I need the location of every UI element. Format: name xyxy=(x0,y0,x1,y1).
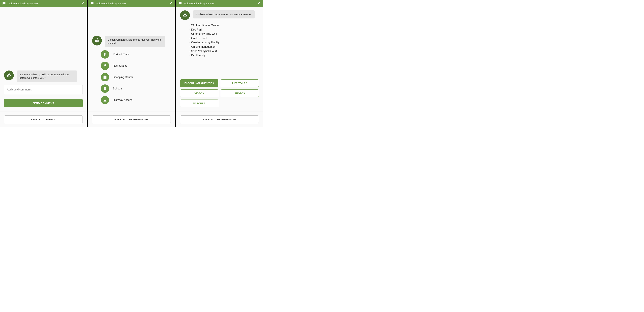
chat-header: Golden Orchards Apartments xyxy=(88,0,175,7)
chat-body: Is there anything you'd like our team to… xyxy=(0,7,87,111)
lifestyle-item-parks[interactable]: Parks & Trails xyxy=(101,50,171,59)
chat-icon xyxy=(178,2,182,6)
chip-lifestyles[interactable]: LIFESTYLES xyxy=(221,79,259,87)
chat-footer: BACK TO THE BEGINNING xyxy=(88,111,175,127)
svg-rect-7 xyxy=(95,40,99,43)
chip-floorplan-amenities[interactable]: FLOORPLAN AMENITIES xyxy=(180,79,218,87)
svg-point-13 xyxy=(98,38,98,39)
back-to-beginning-button[interactable]: BACK TO THE BEGINNING xyxy=(92,116,171,123)
amenities-list: 24 Hour Fitness Center Dog Park Communit… xyxy=(180,23,259,58)
amenity-item: On-site Management xyxy=(190,45,259,49)
bot-avatar xyxy=(4,71,14,80)
svg-point-1 xyxy=(8,75,8,76)
send-comment-button[interactable]: SEND COMMENT xyxy=(4,99,83,107)
svg-point-8 xyxy=(96,41,96,41)
amenity-item: Dog Park xyxy=(190,28,259,32)
shopping-icon xyxy=(101,73,109,81)
bot-message-row: Is there anything you'd like our team to… xyxy=(4,71,83,82)
svg-rect-0 xyxy=(7,74,11,77)
bot-message-bubble: Golden Orchards Apartments has your life… xyxy=(105,36,165,47)
svg-point-16 xyxy=(185,15,186,16)
close-button[interactable] xyxy=(257,2,260,6)
bot-avatar xyxy=(180,11,190,20)
bot-message-row: Golden Orchards Apartments has your life… xyxy=(92,36,171,47)
chat-footer: BACK TO THE BEGINNING xyxy=(176,111,263,127)
lifestyle-label: Schools xyxy=(113,87,122,90)
lifestyle-item-highway[interactable]: Highway Access xyxy=(101,96,171,104)
lifestyle-label: Restaurants xyxy=(113,64,127,67)
bot-message-bubble: Golden Orchards Apartments has many amen… xyxy=(193,11,254,19)
chat-icon xyxy=(2,2,6,6)
amenity-item: 24 Hour Fitness Center xyxy=(190,23,259,28)
chip-videos[interactable]: VIDEOS xyxy=(180,90,218,97)
svg-point-6 xyxy=(10,73,10,73)
amenity-item: Outdoor Pool xyxy=(190,36,259,41)
lifestyle-label: Shopping Center xyxy=(113,76,133,79)
chat-footer: CANCEL CONTACT xyxy=(0,111,87,127)
svg-point-15 xyxy=(184,15,185,16)
chip-photos[interactable]: PHOTOS xyxy=(221,90,259,97)
lifestyle-label: Parks & Trails xyxy=(113,53,130,56)
amenity-item: Pet Friendly xyxy=(190,53,259,58)
bot-avatar xyxy=(92,36,102,46)
close-button[interactable] xyxy=(169,2,172,6)
svg-point-19 xyxy=(184,13,184,14)
amenity-item: Sand Volleyball Court xyxy=(190,49,259,53)
amenity-item: On-site Laundry Facility xyxy=(190,40,259,45)
chat-header: Golden Orchards Apartments xyxy=(0,0,87,7)
chat-body: Golden Orchards Apartments has many amen… xyxy=(176,7,263,111)
svg-point-12 xyxy=(96,38,96,39)
back-to-beginning-button[interactable]: BACK TO THE BEGINNING xyxy=(180,116,259,123)
lifestyle-item-shopping[interactable]: Shopping Center xyxy=(101,73,171,81)
chat-body: Golden Orchards Apartments has your life… xyxy=(88,7,175,111)
amenity-chip-grid: FLOORPLAN AMENITIES LIFESTYLES VIDEOS PH… xyxy=(180,79,259,107)
chat-header-title: Golden Orchards Apartments xyxy=(8,2,81,5)
svg-rect-14 xyxy=(183,14,187,17)
bot-message-row: Golden Orchards Apartments has many amen… xyxy=(180,11,259,20)
chat-header: Golden Orchards Apartments xyxy=(176,0,263,7)
cancel-contact-button[interactable]: CANCEL CONTACT xyxy=(4,116,83,123)
lifestyle-label: Highway Access xyxy=(113,99,132,102)
panel-divider xyxy=(87,0,88,127)
lifestyle-item-schools[interactable]: Schools xyxy=(101,84,171,93)
svg-point-2 xyxy=(9,75,10,76)
chat-panel-amenities: Golden Orchards Apartments Golden Orchar… xyxy=(176,0,263,127)
lifestyle-list: Parks & Trails Restaurants Shopping Cent… xyxy=(92,50,171,107)
parks-icon xyxy=(101,50,109,59)
svg-point-20 xyxy=(186,13,186,14)
panel-divider xyxy=(175,0,176,127)
chat-icon xyxy=(90,2,94,6)
bot-message-bubble: Is there anything you'd like our team to… xyxy=(17,71,77,82)
chat-header-title: Golden Orchards Apartments xyxy=(96,2,169,5)
restaurants-icon xyxy=(101,62,109,70)
chat-panel-lifestyles: Golden Orchards Apartments Golden Orchar xyxy=(88,0,175,127)
svg-point-5 xyxy=(8,73,8,73)
close-button[interactable] xyxy=(81,2,84,6)
highway-icon xyxy=(101,96,109,104)
chip-3d-tours[interactable]: 3D TOURS xyxy=(180,100,218,107)
additional-comments-input[interactable] xyxy=(4,85,83,94)
chat-header-title: Golden Orchards Apartments xyxy=(184,2,257,5)
chat-panel-contact: Golden Orchards Apartments Is there anyt xyxy=(0,0,87,127)
schools-icon xyxy=(101,84,109,93)
svg-point-9 xyxy=(97,41,98,41)
lifestyle-item-restaurants[interactable]: Restaurants xyxy=(101,62,171,70)
amenity-item: Community BBQ Grill xyxy=(190,32,259,36)
